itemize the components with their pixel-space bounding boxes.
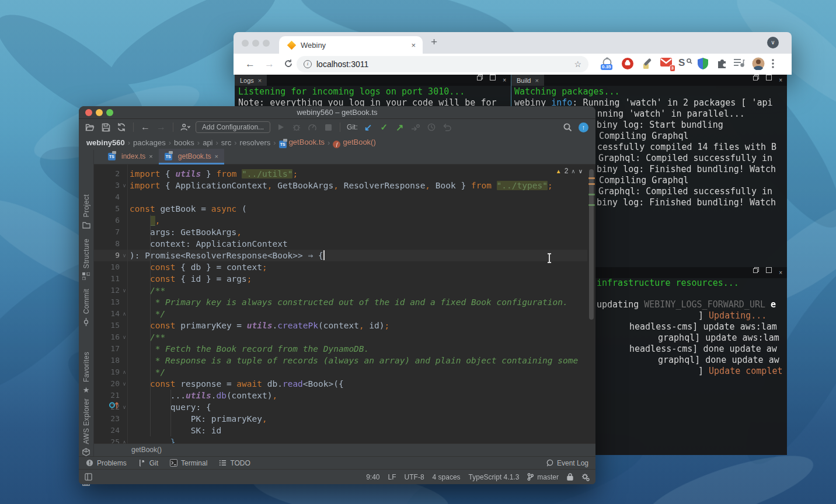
git-commit-icon[interactable]: ✓ bbox=[379, 122, 389, 132]
status-item[interactable]: 4 spaces bbox=[433, 473, 461, 481]
playlist-extension-icon[interactable] bbox=[733, 57, 747, 71]
browser-menu-icon[interactable] bbox=[772, 59, 786, 73]
cherry-pick-icon[interactable] bbox=[410, 122, 421, 132]
lock-icon[interactable] bbox=[567, 473, 573, 481]
editor-tab-index-ts[interactable]: TSindex.ts× bbox=[102, 149, 159, 164]
ide-update-notification-icon[interactable]: ↑ bbox=[579, 123, 588, 132]
sidebar-item-commit[interactable]: Commit bbox=[79, 289, 93, 326]
fold-marker-icon[interactable]: ∨ bbox=[120, 180, 129, 191]
sidebar-item-project[interactable]: Project bbox=[79, 194, 93, 229]
fold-marker-icon[interactable]: ∧ bbox=[120, 308, 129, 320]
editor-bottom-breadcrumb[interactable]: getBook() bbox=[94, 443, 595, 456]
profiler-icon[interactable] bbox=[307, 122, 318, 132]
gutter-line-number[interactable]: 2 bbox=[94, 168, 120, 180]
shield-extension-icon[interactable] bbox=[697, 57, 711, 71]
browser-avatar[interactable] bbox=[752, 57, 766, 71]
gutter-line-number[interactable]: 25 bbox=[94, 436, 120, 443]
gutter-line-number[interactable]: 5 bbox=[94, 203, 120, 215]
next-issue-icon[interactable]: ∨ bbox=[579, 168, 583, 174]
status-git-branch[interactable]: master bbox=[527, 473, 559, 481]
gutter-line-number[interactable]: 11 bbox=[94, 273, 120, 285]
restore-icon[interactable] bbox=[477, 75, 483, 86]
toolwindow-terminal[interactable]: Terminal bbox=[170, 459, 207, 467]
gutter-line-number[interactable]: 4 bbox=[94, 191, 120, 203]
gutter-line-number[interactable]: 21 bbox=[94, 390, 120, 401]
fold-marker-icon[interactable]: ∧ bbox=[120, 366, 129, 378]
tab-close-icon[interactable]: × bbox=[410, 41, 417, 50]
git-update-icon[interactable]: ↙ bbox=[363, 122, 374, 132]
gutter-line-number[interactable]: 15 bbox=[94, 320, 120, 331]
session-extension-icon[interactable]: S bbox=[678, 57, 692, 71]
gutter-line-number[interactable]: 24 bbox=[94, 425, 120, 436]
gutter-line-number[interactable]: 9 bbox=[94, 250, 120, 261]
run-icon[interactable] bbox=[276, 122, 286, 132]
gutter-line-number[interactable]: 14 bbox=[94, 308, 120, 320]
editor[interactable]: 23∨456789∨101112∨1314∧1516∨171819∧20∨212… bbox=[94, 164, 595, 443]
status-item[interactable]: TypeScript 4.1.3 bbox=[469, 473, 520, 481]
inspection-widget[interactable]: ▲ 2 ∧ ∨ bbox=[556, 167, 583, 175]
breadcrumb-item[interactable]: packages bbox=[133, 138, 166, 147]
prev-issue-icon[interactable]: ∧ bbox=[571, 168, 575, 174]
bookmark-star-icon[interactable]: ☆ bbox=[574, 60, 581, 69]
add-configuration-button[interactable]: Add Configuration... bbox=[196, 121, 270, 133]
fold-marker-icon[interactable]: ∨ bbox=[120, 331, 129, 343]
status-item[interactable]: 9:40 bbox=[366, 473, 379, 481]
breadcrumb-item[interactable]: api bbox=[203, 138, 213, 147]
open-folder-icon[interactable] bbox=[85, 122, 95, 132]
gutter-line-number[interactable]: 18 bbox=[94, 355, 120, 366]
address-bar[interactable]: i localhost:3011 ☆ bbox=[297, 56, 588, 72]
gutter-line-number[interactable]: 12 bbox=[94, 285, 120, 296]
fold-marker-icon[interactable]: ∨ bbox=[120, 378, 129, 390]
editor-tab-getBook-ts[interactable]: TSgetBook.ts× bbox=[159, 149, 224, 164]
timer-extension-icon[interactable]: 0.35 bbox=[601, 57, 615, 71]
browser-zoom-button[interactable] bbox=[263, 40, 270, 47]
gutter-line-number[interactable]: 19 bbox=[94, 366, 120, 378]
terminal-tab-logs[interactable]: Logs× bbox=[235, 75, 267, 86]
breadcrumb-item[interactable]: webiny560 bbox=[86, 138, 125, 147]
terminal-tab-build[interactable]: Build× bbox=[511, 75, 544, 86]
user-settings-icon[interactable] bbox=[180, 122, 190, 132]
gutter-line-number[interactable]: 17 bbox=[94, 343, 120, 355]
fold-marker-icon[interactable]: ∧ bbox=[120, 436, 129, 443]
tab-close-icon[interactable]: × bbox=[215, 153, 218, 160]
browser-close-button[interactable] bbox=[242, 40, 249, 47]
site-info-icon[interactable]: i bbox=[304, 60, 312, 68]
gutter-line-number[interactable]: 13 bbox=[94, 296, 120, 308]
status-item[interactable]: UTF-8 bbox=[405, 473, 424, 481]
save-icon[interactable] bbox=[100, 122, 111, 132]
rollback-icon[interactable] bbox=[442, 122, 452, 132]
navigate-back-icon[interactable]: ← bbox=[140, 122, 151, 132]
close-icon[interactable]: × bbox=[779, 267, 782, 278]
close-icon[interactable]: × bbox=[779, 75, 782, 86]
puzzle-extension-icon[interactable] bbox=[716, 57, 730, 71]
breadcrumb-file[interactable]: TSgetBook.ts bbox=[279, 138, 325, 148]
back-button[interactable]: ← bbox=[245, 58, 255, 70]
close-icon[interactable]: × bbox=[503, 75, 506, 86]
colorpicker-extension-icon[interactable] bbox=[641, 57, 655, 71]
tab-close-icon[interactable]: × bbox=[535, 77, 538, 84]
breadcrumb-item[interactable]: src bbox=[221, 138, 231, 147]
maximize-icon[interactable] bbox=[766, 267, 772, 278]
restore-icon[interactable] bbox=[753, 75, 759, 86]
breadcrumb-item[interactable]: resolvers bbox=[240, 138, 271, 147]
gutter-line-number[interactable]: 10 bbox=[94, 261, 120, 273]
search-everywhere-icon[interactable] bbox=[562, 122, 573, 132]
gmail-extension-icon[interactable]: 3 bbox=[660, 57, 674, 71]
gutter-line-number[interactable]: 16 bbox=[94, 331, 120, 343]
toolwindow-event-log[interactable]: Event Log bbox=[546, 459, 588, 467]
gutter-line-number[interactable]: 23 bbox=[94, 413, 120, 425]
breadcrumb-item[interactable]: books bbox=[174, 138, 194, 147]
gutter-line-number[interactable]: 6 bbox=[94, 215, 120, 226]
tab-close-icon[interactable]: × bbox=[149, 153, 152, 160]
fold-marker-icon[interactable]: ∨ bbox=[120, 285, 129, 296]
reload-button[interactable] bbox=[284, 59, 293, 68]
restore-icon[interactable] bbox=[753, 267, 759, 278]
gutter-run-marker-icon[interactable] bbox=[109, 401, 120, 409]
gutter-line-number[interactable]: 8 bbox=[94, 238, 120, 250]
navigate-forward-icon[interactable]: → bbox=[156, 122, 166, 132]
sidebar-item-aws-explorer[interactable]: AWS Explorer bbox=[79, 398, 93, 457]
sidebar-item-structure[interactable]: Structure bbox=[79, 239, 93, 281]
browser-minimize-button[interactable] bbox=[252, 40, 259, 47]
browser-tab-webiny[interactable]: Webiny × bbox=[279, 36, 423, 54]
history-icon[interactable] bbox=[426, 122, 437, 132]
